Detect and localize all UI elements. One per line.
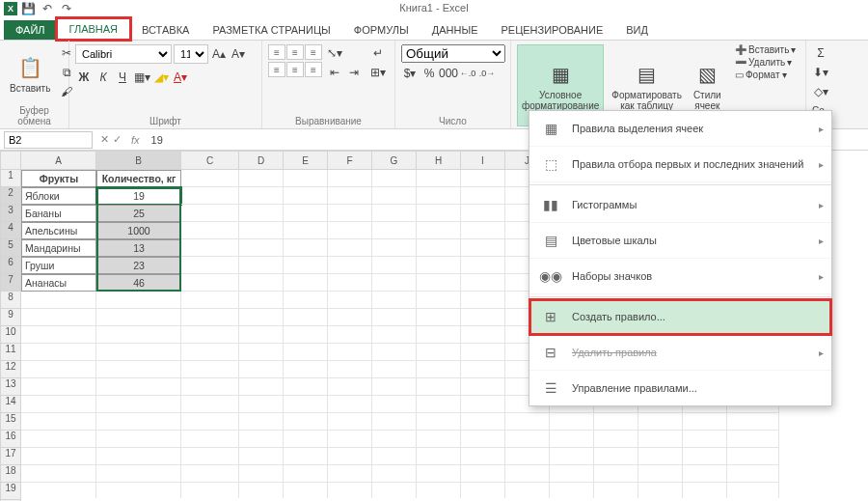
cell-G1[interactable]: [372, 170, 417, 187]
cell-F13[interactable]: [328, 378, 372, 396]
cell-E5[interactable]: [284, 239, 328, 257]
cell-B14[interactable]: [96, 396, 181, 413]
clear-button[interactable]: ◇▾: [812, 83, 829, 100]
align-center[interactable]: ≡: [286, 62, 304, 77]
percent-format[interactable]: %: [420, 65, 438, 82]
cell-A16[interactable]: [21, 431, 96, 448]
cell-B7[interactable]: 46: [96, 274, 181, 292]
align-top[interactable]: ≡: [268, 44, 285, 60]
cell-N17[interactable]: [683, 448, 727, 465]
align-right[interactable]: ≡: [305, 62, 322, 77]
cell-E6[interactable]: [284, 257, 328, 274]
column-header-H[interactable]: H: [417, 151, 461, 170]
undo-icon[interactable]: ↶: [41, 2, 54, 15]
cell-F12[interactable]: [328, 361, 372, 378]
cell-I11[interactable]: [461, 344, 505, 361]
cell-F9[interactable]: [328, 309, 372, 326]
number-format-combo[interactable]: Общий: [401, 44, 505, 63]
cell-C2[interactable]: [181, 187, 239, 205]
cell-F8[interactable]: [328, 292, 372, 309]
cell-A14[interactable]: [21, 396, 96, 413]
cell-A15[interactable]: [21, 413, 96, 431]
cell-I9[interactable]: [461, 309, 505, 326]
cell-I19[interactable]: [461, 483, 505, 498]
row-header-2[interactable]: 2: [0, 187, 21, 205]
insert-cells-button[interactable]: ➕ Вставить▾: [735, 44, 800, 55]
menu-top-bottom-rules[interactable]: ⬚ Правила отбора первых и последних знач…: [529, 147, 831, 182]
row-header-6[interactable]: 6: [0, 257, 21, 274]
tab-view[interactable]: ВИД: [614, 20, 660, 40]
cell-H9[interactable]: [417, 309, 461, 326]
row-header-1[interactable]: 1: [0, 170, 21, 187]
menu-manage-rules[interactable]: ☰ Управление правилами...: [529, 371, 831, 405]
cell-C6[interactable]: [181, 257, 239, 274]
increase-indent[interactable]: ⇥: [345, 64, 363, 81]
cell-D17[interactable]: [239, 448, 284, 465]
cell-F3[interactable]: [328, 205, 372, 222]
italic-button[interactable]: К: [95, 69, 112, 86]
cell-C5[interactable]: [181, 239, 239, 257]
cell-B1[interactable]: Количество, кг: [96, 170, 181, 187]
cell-I3[interactable]: [461, 205, 505, 222]
row-header-4[interactable]: 4: [0, 222, 21, 239]
cell-C17[interactable]: [181, 448, 239, 465]
align-bottom[interactable]: ≡: [305, 44, 322, 60]
cell-H15[interactable]: [417, 413, 461, 431]
cell-C12[interactable]: [181, 361, 239, 378]
comma-format[interactable]: 000: [440, 65, 457, 82]
cell-A1[interactable]: Фрукты: [21, 170, 96, 187]
row-header-17[interactable]: 17: [0, 448, 21, 465]
cell-E1[interactable]: [284, 170, 328, 187]
cell-I6[interactable]: [461, 257, 505, 274]
column-header-A[interactable]: A: [21, 151, 96, 170]
cell-H8[interactable]: [417, 292, 461, 309]
cell-B6[interactable]: 23: [96, 257, 181, 274]
cell-H6[interactable]: [417, 257, 461, 274]
cell-D16[interactable]: [239, 431, 284, 448]
cell-B2[interactable]: 19: [96, 187, 181, 205]
cell-F1[interactable]: [328, 170, 372, 187]
cell-D5[interactable]: [239, 239, 284, 257]
cell-M18[interactable]: [638, 465, 683, 483]
accounting-format[interactable]: $▾: [401, 65, 419, 82]
cell-L18[interactable]: [594, 465, 638, 483]
cell-C4[interactable]: [181, 222, 239, 239]
cell-G9[interactable]: [372, 309, 417, 326]
cell-G18[interactable]: [372, 465, 417, 483]
cell-G8[interactable]: [372, 292, 417, 309]
cell-H2[interactable]: [417, 187, 461, 205]
cell-H12[interactable]: [417, 361, 461, 378]
cell-E4[interactable]: [284, 222, 328, 239]
cell-D9[interactable]: [239, 309, 284, 326]
autosum-button[interactable]: Σ: [812, 44, 829, 62]
cell-I12[interactable]: [461, 361, 505, 378]
increase-decimal[interactable]: ←.0: [459, 65, 476, 82]
menu-highlight-cells-rules[interactable]: ▦ Правила выделения ячеек ▸: [529, 111, 831, 147]
menu-clear-rules[interactable]: ⊟ Удалить правила ▸: [529, 335, 831, 371]
cell-B5[interactable]: 13: [96, 239, 181, 257]
cell-N16[interactable]: [683, 431, 727, 448]
cell-H1[interactable]: [417, 170, 461, 187]
cell-A18[interactable]: [21, 465, 96, 483]
cell-I7[interactable]: [461, 274, 505, 292]
row-header-9[interactable]: 9: [0, 309, 21, 326]
cell-J18[interactable]: [505, 465, 550, 483]
redo-icon[interactable]: ↷: [60, 2, 73, 15]
cell-E10[interactable]: [284, 326, 328, 344]
save-icon[interactable]: 💾: [21, 2, 35, 15]
row-header-14[interactable]: 14: [0, 396, 21, 413]
cell-N18[interactable]: [683, 465, 727, 483]
cell-C3[interactable]: [181, 205, 239, 222]
menu-new-rule[interactable]: ⊞ Создать правило...: [529, 299, 831, 335]
menu-data-bars[interactable]: ▮▮ Гистограммы ▸: [529, 187, 831, 223]
cell-D14[interactable]: [239, 396, 284, 413]
cell-D19[interactable]: [239, 483, 284, 498]
cell-I10[interactable]: [461, 326, 505, 344]
cell-A7[interactable]: Ананасы: [21, 274, 96, 292]
column-header-I[interactable]: I: [461, 151, 505, 170]
cell-C8[interactable]: [181, 292, 239, 309]
cell-G6[interactable]: [372, 257, 417, 274]
cell-A6[interactable]: Груши: [21, 257, 96, 274]
cell-G16[interactable]: [372, 431, 417, 448]
cell-G14[interactable]: [372, 396, 417, 413]
